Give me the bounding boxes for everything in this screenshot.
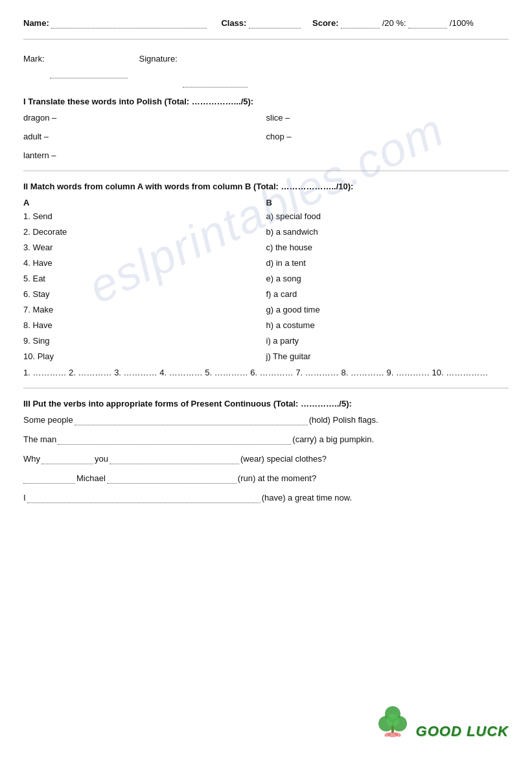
sentence-1: Some people (hold) Polish flags. bbox=[23, 415, 509, 425]
match-a-5: 5. Eat bbox=[23, 274, 266, 283]
s3-before: Why bbox=[23, 454, 40, 464]
col-b-header: B bbox=[266, 198, 509, 207]
score-suffix: /20 %: bbox=[382, 18, 406, 28]
class-label: Class: bbox=[221, 18, 246, 28]
section2-title: II Match words from column A with words … bbox=[23, 182, 509, 191]
s5-after: (have) a great time now. bbox=[262, 493, 352, 503]
match-b-3: c) the house bbox=[266, 243, 509, 252]
good-luck-area: GOOD LUCK bbox=[373, 701, 509, 740]
s4-blank2 bbox=[107, 473, 237, 484]
section1-divider bbox=[23, 171, 509, 171]
score-input bbox=[341, 18, 380, 29]
word-adult: adult – bbox=[23, 132, 266, 141]
section1-title: I Translate these words into Polish (Tot… bbox=[23, 97, 509, 106]
col-headers: A B bbox=[23, 198, 509, 207]
header-row: Name: Class: Score: /20 %: /100% bbox=[23, 18, 509, 29]
match-b-6: f) a card bbox=[266, 289, 509, 299]
match-b-7: g) a good time bbox=[266, 305, 509, 314]
match-a-9: 9. Sing bbox=[23, 336, 266, 346]
s4-after: (run) at the moment? bbox=[238, 473, 316, 483]
mark-label: Mark: bbox=[23, 54, 45, 88]
s1-before: Some people bbox=[23, 415, 73, 425]
word-chop: chop – bbox=[266, 132, 509, 141]
name-label: Name: bbox=[23, 18, 49, 28]
match-a-6: 6. Stay bbox=[23, 289, 266, 299]
match-row-4: 4. Have d) in a tent bbox=[23, 258, 509, 268]
section1-title-text: I Translate these words into Polish (Tot… bbox=[23, 97, 253, 106]
word-pair-2: adult – chop – bbox=[23, 132, 509, 141]
mark-input bbox=[50, 68, 128, 78]
s1-blank bbox=[75, 415, 308, 425]
word-slice: slice – bbox=[266, 113, 509, 123]
translate-words: dragon – slice – adult – chop – lantern … bbox=[23, 113, 509, 160]
score2-input bbox=[408, 18, 447, 29]
match-a-2: 2. Decorate bbox=[23, 227, 266, 237]
s3-blank1 bbox=[41, 454, 93, 464]
word-pair-1: dragon – slice – bbox=[23, 113, 509, 123]
sentence-5: I (have) a great time now. bbox=[23, 493, 509, 503]
section3-title-text: III Put the verbs into appropriate forms… bbox=[23, 399, 352, 409]
s3-blank2 bbox=[110, 454, 239, 464]
match-b-10: j) The guitar bbox=[266, 351, 509, 361]
match-row-6: 6. Stay f) a card bbox=[23, 289, 509, 299]
signature-label: Signature: bbox=[139, 54, 178, 88]
match-row-3: 3. Wear c) the house bbox=[23, 243, 509, 252]
match-a-3: 3. Wear bbox=[23, 243, 266, 252]
class-input bbox=[249, 18, 301, 29]
match-b-9: i) a party bbox=[266, 336, 509, 346]
name-field: Name: bbox=[23, 18, 207, 29]
word-lantern: lantern – bbox=[23, 150, 266, 160]
match-a-10: 10. Play bbox=[23, 351, 266, 361]
s3-middle: you bbox=[95, 454, 108, 464]
svg-point-3 bbox=[386, 714, 399, 727]
s5-blank bbox=[27, 493, 260, 503]
section2-title-text: II Match words from column A with words … bbox=[23, 182, 353, 191]
match-b-8: h) a costume bbox=[266, 320, 509, 330]
section3-title: III Put the verbs into appropriate forms… bbox=[23, 399, 509, 409]
answers-text: 1. ………… 2. ………… 3. ………… 4. ………… 5. ………… … bbox=[23, 368, 488, 377]
match-row-10: 10. Play j) The guitar bbox=[23, 351, 509, 361]
word-empty bbox=[266, 150, 509, 160]
good-luck-text: GOOD LUCK bbox=[416, 723, 509, 740]
section2-divider bbox=[23, 388, 509, 388]
s2-blank bbox=[58, 434, 291, 445]
score-label: Score: bbox=[312, 18, 338, 28]
s1-after: (hold) Polish flags. bbox=[309, 415, 378, 425]
answers-row: 1. ………… 2. ………… 3. ………… 4. ………… 5. ………… … bbox=[23, 368, 509, 377]
subheader-row: Mark: Signature: bbox=[23, 54, 509, 88]
class-field: Class: bbox=[221, 18, 301, 29]
match-b-4: d) in a tent bbox=[266, 258, 509, 268]
match-a-1: 1. Send bbox=[23, 211, 266, 221]
match-row-2: 2. Decorate b) a sandwich bbox=[23, 227, 509, 237]
sentence-3: Why you (wear) special clothes? bbox=[23, 454, 509, 464]
match-b-5: e) a song bbox=[266, 274, 509, 283]
match-row-7: 7. Make g) a good time bbox=[23, 305, 509, 314]
col-a-header: A bbox=[23, 198, 266, 207]
match-row-8: 8. Have h) a costume bbox=[23, 320, 509, 330]
match-row-1: 1. Send a) special food bbox=[23, 211, 509, 221]
match-row-9: 9. Sing i) a party bbox=[23, 336, 509, 346]
match-a-7: 7. Make bbox=[23, 305, 266, 314]
match-b-2: b) a sandwich bbox=[266, 227, 509, 237]
s2-before: The man bbox=[23, 434, 56, 444]
match-a-8: 8. Have bbox=[23, 320, 266, 330]
good-luck-row: GOOD LUCK bbox=[373, 701, 509, 740]
header-divider bbox=[23, 39, 509, 40]
word-pair-3: lantern – bbox=[23, 150, 509, 160]
s2-after: (carry) a big pumpkin. bbox=[292, 434, 374, 444]
s4-blank1 bbox=[23, 473, 75, 484]
name-input bbox=[51, 18, 207, 29]
word-dragon: dragon – bbox=[23, 113, 266, 123]
match-row-5: 5. Eat e) a song bbox=[23, 274, 509, 283]
s3-after: (wear) special clothes? bbox=[240, 454, 327, 464]
signature-input bbox=[183, 54, 248, 88]
match-a-4: 4. Have bbox=[23, 258, 266, 268]
match-b-1: a) special food bbox=[266, 211, 509, 221]
clover-icon bbox=[373, 701, 412, 740]
match-section: A B 1. Send a) special food 2. Decorate … bbox=[23, 198, 509, 361]
score-field: Score: /20 %: /100% bbox=[312, 18, 474, 29]
s4-middle: Michael bbox=[76, 473, 106, 483]
score2-suffix: /100% bbox=[450, 18, 474, 28]
s5-before: I bbox=[23, 493, 26, 503]
sentence-4: Michael (run) at the moment? bbox=[23, 473, 509, 484]
